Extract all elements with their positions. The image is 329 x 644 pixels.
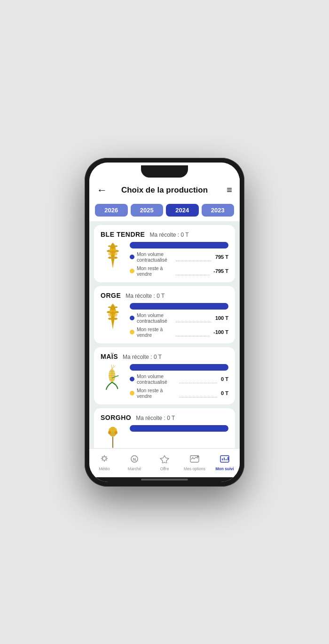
nav-item-offre[interactable]: Offre (149, 449, 180, 477)
svg-point-6 (110, 309, 113, 312)
menu-button[interactable]: ≡ (219, 185, 232, 195)
crop-harvest-mais: Ma récolte : 0 T (123, 354, 162, 360)
crop-name-orge: ORGE (101, 292, 121, 299)
phone-shell: ← Choix de la production ≡ 2026 2025 202… (85, 158, 244, 487)
nav-label-mon-suivi: Mon suivi (215, 466, 234, 471)
year-tab-2023[interactable]: 2023 (202, 204, 235, 217)
svg-line-28 (102, 459, 102, 460)
bottom-nav: Météo N Marché Offre (89, 448, 240, 477)
nav-label-offre: Offre (160, 466, 169, 471)
crop-body-orge: Mon volume contractualisé 100 T Mon rest… (101, 303, 228, 338)
stat-reste-ble: Mon reste à vendre -795 T (130, 265, 228, 277)
svg-point-19 (108, 431, 111, 434)
nav-item-meteo[interactable]: Météo (89, 449, 119, 477)
volume-value-mais: 0 T (221, 376, 228, 382)
crop-details-sorgho (130, 425, 228, 432)
crop-name-mais: MAÏS (101, 353, 118, 360)
nav-item-marche[interactable]: N Marché (119, 449, 149, 477)
volume-value-ble: 795 T (215, 254, 228, 260)
stat-reste-mais: Mon reste à vendre 0 T (130, 388, 228, 399)
svg-point-2 (110, 248, 113, 251)
stat-reste-orge: Mon reste à vendre -100 T (130, 326, 228, 338)
progress-bar-mais (130, 364, 228, 371)
crop-details-ble: Mon volume contractualisé 795 T Mon rest… (130, 242, 228, 277)
svg-point-20 (115, 431, 118, 434)
nav-label-marche: Marché (128, 466, 141, 471)
reste-value-orge: -100 T (213, 329, 228, 335)
svg-line-26 (102, 456, 102, 457)
year-tab-2026[interactable]: 2026 (95, 204, 128, 217)
svg-point-0 (108, 252, 112, 256)
page-title: Choix de la production (110, 186, 219, 195)
crop-card-mais[interactable]: MAÏS Ma récolte : 0 T (94, 347, 235, 404)
dot-blue-mais (130, 377, 134, 381)
stat-volume-orge: Mon volume contractualisé 100 T (130, 312, 228, 324)
options-icon (190, 455, 199, 466)
notch (141, 165, 188, 178)
progress-bar-orge (130, 303, 228, 310)
phone-screen: ← Choix de la production ≡ 2026 2025 202… (89, 163, 240, 482)
home-indicator-bar (89, 477, 240, 482)
crop-name-sorgho: SORGHO (101, 414, 131, 421)
dot-blue-orge (130, 316, 134, 320)
crop-card-sorgho[interactable]: SORGHO Ma récolte : 0 T (94, 408, 235, 448)
svg-text:N: N (133, 457, 136, 462)
crop-harvest-sorgho: Ma récolte : 0 T (136, 415, 175, 421)
stat-dots-orge-2 (175, 336, 210, 336)
nav-item-mon-suivi[interactable]: Mon suivi (210, 449, 240, 477)
svg-point-21 (102, 457, 106, 460)
crop-header-orge: ORGE Ma récolte : 0 T (101, 292, 228, 299)
progress-bar-sorgho (130, 425, 228, 432)
svg-line-27 (106, 459, 107, 460)
notch-area (89, 163, 240, 179)
stat-dots-mais-1 (179, 383, 218, 383)
offer-icon (160, 455, 169, 466)
crop-details-orge: Mon volume contractualisé 100 T Mon rest… (130, 303, 228, 338)
volume-value-orge: 100 T (215, 315, 228, 321)
year-tab-2025[interactable]: 2025 (131, 204, 164, 217)
stat-dots-ble-1 (176, 261, 211, 261)
crop-harvest-ble: Ma récolte : 0 T (149, 232, 188, 238)
suivi-icon (220, 455, 229, 466)
back-button[interactable]: ← (97, 184, 110, 196)
crop-body-sorgho (101, 425, 228, 448)
market-icon: N (130, 455, 139, 466)
progress-bar-ble (130, 242, 228, 248)
orge-icon (101, 303, 125, 331)
stat-volume-ble: Mon volume contractualisé 795 T (130, 251, 228, 263)
stat-dots-mais-2 (179, 397, 218, 397)
reste-label-orge: Mon reste à vendre (137, 326, 172, 338)
crop-header-ble: BLE TENDRE Ma récolte : 0 T (101, 231, 228, 238)
svg-point-3 (113, 248, 116, 251)
wheat-icon (101, 242, 125, 270)
svg-point-1 (113, 252, 118, 256)
reste-label-ble: Mon reste à vendre (137, 265, 172, 277)
dot-yellow-ble (130, 269, 134, 273)
crop-name-ble: BLE TENDRE (101, 231, 145, 238)
sorghum-icon (101, 425, 125, 448)
crop-list: BLE TENDRE Ma récolte : 0 T (89, 221, 240, 448)
crop-body-ble: Mon volume contractualisé 795 T Mon rest… (101, 242, 228, 277)
crop-header-mais: MAÏS Ma récolte : 0 T (101, 353, 228, 360)
corn-icon (101, 364, 125, 392)
stat-volume-mais: Mon volume contractualisé 0 T (130, 373, 228, 385)
volume-label-orge: Mon volume contractualisé (137, 312, 172, 324)
crop-card-ble[interactable]: BLE TENDRE Ma récolte : 0 T (94, 225, 235, 282)
nav-item-mes-options[interactable]: Mes options (180, 449, 210, 477)
year-tabs: 2026 2025 2024 2023 (89, 201, 240, 221)
svg-line-29 (106, 456, 107, 457)
stat-dots-ble-2 (175, 275, 210, 275)
reste-label-mais: Mon reste à vendre (137, 388, 175, 399)
crop-details-mais: Mon volume contractualisé 0 T Mon reste … (130, 364, 228, 399)
crop-card-orge[interactable]: ORGE Ma récolte : 0 T (94, 286, 235, 343)
home-bar (141, 479, 188, 481)
year-tab-2024[interactable]: 2024 (166, 204, 199, 217)
dot-blue-ble (130, 255, 134, 259)
nav-label-meteo: Météo (99, 466, 110, 471)
weather-icon (100, 455, 109, 466)
crop-harvest-orge: Ma récolte : 0 T (125, 293, 164, 299)
svg-point-18 (111, 427, 114, 431)
svg-point-5 (113, 313, 118, 317)
svg-point-4 (108, 313, 112, 317)
volume-label-mais: Mon volume contractualisé (137, 373, 175, 385)
